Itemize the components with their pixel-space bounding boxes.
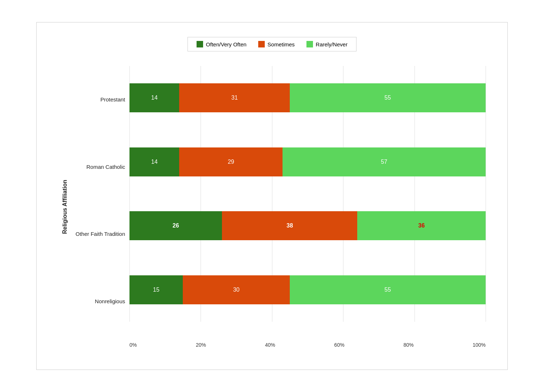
legend-item-rarely: Rarely/Never xyxy=(306,41,348,47)
x-label-0%: 0% xyxy=(129,342,137,348)
y-axis-label: Religious Affiliation xyxy=(62,180,68,234)
bar-segment: 36 xyxy=(357,211,486,240)
category-label-nonreligious: Nonreligious xyxy=(71,298,129,305)
bar-segment: 57 xyxy=(283,147,486,176)
x-label-20%: 20% xyxy=(196,342,206,348)
category-label-roman-catholic: Roman Catholic xyxy=(71,163,129,171)
bar-row-roman-catholic: 142957 xyxy=(129,147,486,176)
bar-segment: 29 xyxy=(179,147,283,176)
stacked-bar: 143155 xyxy=(129,83,486,112)
grid-and-bars: 143155142957263836153055 xyxy=(129,66,486,335)
bar-segment: 38 xyxy=(222,211,357,240)
bar-segment: 15 xyxy=(129,275,183,304)
bars-container: 143155142957263836153055 xyxy=(129,66,486,322)
bar-segment: 55 xyxy=(290,83,486,112)
bar-segment: 14 xyxy=(129,147,179,176)
category-labels: ProtestantRoman CatholicOther Faith Trad… xyxy=(71,66,129,348)
chart-area: Religious Affiliation ProtestantRoman Ca… xyxy=(58,66,486,348)
legend-label-rarely: Rarely/Never xyxy=(316,41,348,47)
x-label-40%: 40% xyxy=(265,342,275,348)
grid-line-100 xyxy=(486,66,486,322)
bar-segment: 30 xyxy=(183,275,290,304)
legend-item-often: Often/Very Often xyxy=(197,41,247,47)
bars-area: 143155142957263836153055 0%20%40%60%80%1… xyxy=(129,66,486,348)
bar-segment: 55 xyxy=(290,275,486,304)
legend-item-sometimes: Sometimes xyxy=(258,41,295,47)
stacked-bar: 142957 xyxy=(129,147,486,176)
bar-row-nonreligious: 153055 xyxy=(129,275,486,304)
legend-swatch-rarely xyxy=(306,41,313,47)
bar-row-other-faith-tradition: 263836 xyxy=(129,211,486,240)
x-label-80%: 80% xyxy=(403,342,413,348)
legend-label-sometimes: Sometimes xyxy=(268,41,295,47)
y-axis-label-container: Religious Affiliation xyxy=(58,66,71,348)
bar-segment: 31 xyxy=(179,83,289,112)
stacked-bar: 153055 xyxy=(129,275,486,304)
x-axis: 0%20%40%60%80%100% xyxy=(129,335,486,348)
legend-label-often: Often/Very Often xyxy=(206,41,247,47)
x-label-100%: 100% xyxy=(473,342,486,348)
bar-segment: 26 xyxy=(129,211,222,240)
category-label-other-faith-tradition: Other Faith Tradition xyxy=(71,230,129,238)
bar-segment: 14 xyxy=(129,83,179,112)
legend: Often/Very OftenSometimesRarely/Never xyxy=(187,37,357,51)
legend-swatch-sometimes xyxy=(258,41,265,47)
x-label-60%: 60% xyxy=(334,342,345,348)
chart-container: Often/Very OftenSometimesRarely/Never Re… xyxy=(36,22,508,370)
stacked-bar: 263836 xyxy=(129,211,486,240)
category-label-protestant: Protestant xyxy=(71,96,129,103)
legend-swatch-often xyxy=(197,41,203,47)
bar-row-protestant: 143155 xyxy=(129,83,486,112)
